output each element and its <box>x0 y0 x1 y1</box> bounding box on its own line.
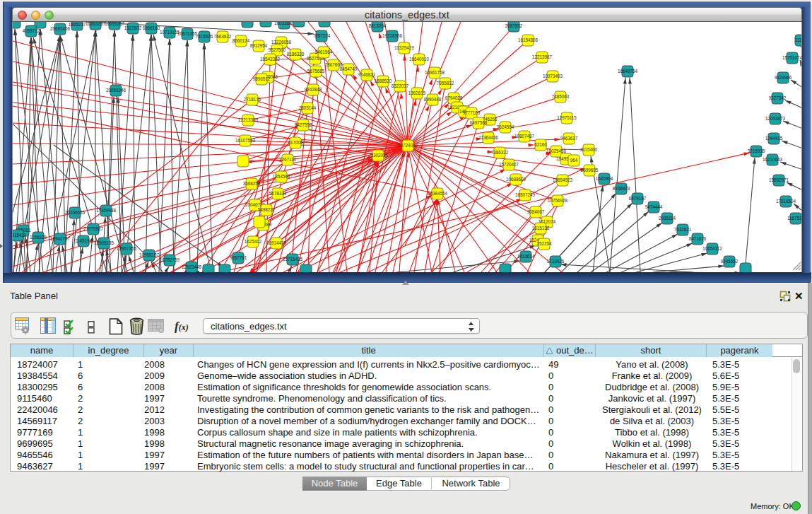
svg-text:20206555: 20206555 <box>65 210 86 215</box>
svg-text:15692971: 15692971 <box>769 177 789 182</box>
svg-text:18807249: 18807249 <box>515 192 536 197</box>
svg-text:8912954: 8912954 <box>250 43 268 48</box>
svg-text:1145194: 1145194 <box>75 238 93 243</box>
svg-text:5675685: 5675685 <box>307 69 325 74</box>
svg-text:1362615: 1362615 <box>408 90 426 95</box>
svg-text:8660124: 8660124 <box>233 38 250 43</box>
svg-text:7632621: 7632621 <box>674 227 692 232</box>
svg-text:10807487: 10807487 <box>514 134 535 139</box>
svg-text:2803144: 2803144 <box>299 105 317 110</box>
svg-text:12213369: 12213369 <box>238 117 259 122</box>
svg-text:10756928: 10756928 <box>548 198 568 203</box>
svg-text:13226058: 13226058 <box>271 40 292 45</box>
svg-text:8427552: 8427552 <box>295 122 312 127</box>
svg-text:3668254: 3668254 <box>243 181 261 186</box>
svg-text:21364436: 21364436 <box>478 135 499 140</box>
svg-text:10655267: 10655267 <box>105 22 125 26</box>
svg-text:1640954: 1640954 <box>596 176 613 181</box>
svg-text:16543382: 16543382 <box>260 57 281 62</box>
svg-text:3267110: 3267110 <box>279 157 297 162</box>
svg-text:6497568: 6497568 <box>470 120 488 125</box>
svg-text:5678334: 5678334 <box>269 191 287 196</box>
svg-text:9527500: 9527500 <box>269 47 286 52</box>
svg-text:7857224: 7857224 <box>313 33 331 38</box>
svg-text:16648784: 16648784 <box>618 69 638 74</box>
svg-text:9777169: 9777169 <box>463 110 481 115</box>
svg-text:15716485: 15716485 <box>283 257 303 262</box>
svg-text:17359938: 17359938 <box>96 208 117 213</box>
svg-text:16154808: 16154808 <box>518 37 539 42</box>
svg-text:7485063: 7485063 <box>552 94 570 99</box>
svg-text:9146821: 9146821 <box>358 72 376 77</box>
svg-text:4055712: 4055712 <box>23 28 40 33</box>
svg-text:9227342: 9227342 <box>769 95 787 100</box>
svg-text:1167534: 1167534 <box>787 216 802 221</box>
svg-text:8990448: 8990448 <box>424 97 442 102</box>
svg-text:10688609: 10688609 <box>506 177 526 182</box>
svg-text:3624554: 3624554 <box>497 124 514 129</box>
svg-text:11123: 11123 <box>795 37 802 42</box>
svg-text:9242848: 9242848 <box>305 87 322 92</box>
svg-text:8322037: 8322037 <box>392 83 409 88</box>
svg-text:12213967: 12213967 <box>532 54 553 59</box>
svg-text:3215938: 3215938 <box>748 148 765 153</box>
svg-text:16914479: 16914479 <box>266 240 287 245</box>
svg-text:8186328: 8186328 <box>287 52 305 57</box>
svg-text:23302035: 23302035 <box>368 153 389 158</box>
svg-text:1244415: 1244415 <box>765 136 783 141</box>
svg-text:6794028: 6794028 <box>445 95 463 100</box>
svg-text:2687652: 2687652 <box>505 23 523 28</box>
svg-text:9463627: 9463627 <box>560 136 578 141</box>
svg-text:10853267: 10853267 <box>86 22 106 26</box>
svg-text:20691406: 20691406 <box>50 26 71 31</box>
svg-text:9329966: 9329966 <box>775 75 792 80</box>
svg-text:6879197: 6879197 <box>629 196 647 201</box>
svg-text:10671355: 10671355 <box>177 31 198 36</box>
svg-text:16961758: 16961758 <box>425 70 445 75</box>
svg-text:2935114: 2935114 <box>659 216 676 221</box>
svg-text:12505185: 12505185 <box>94 240 114 245</box>
svg-text:7386322: 7386322 <box>491 150 509 155</box>
svg-text:62160: 62160 <box>534 142 547 147</box>
svg-text:1588520: 1588520 <box>375 78 392 83</box>
svg-text:8813054: 8813054 <box>369 23 387 28</box>
svg-text:23975887: 23975887 <box>83 226 104 231</box>
svg-text:8471676: 8471676 <box>689 236 707 241</box>
svg-text:15751074: 15751074 <box>782 55 802 60</box>
svg-text:12923448: 12923448 <box>182 264 202 269</box>
svg-text:12975115: 12975115 <box>557 115 577 120</box>
svg-text:18724007: 18724007 <box>398 143 418 148</box>
svg-text:1615132: 1615132 <box>532 226 550 230</box>
svg-text:964: 964 <box>570 158 578 163</box>
svg-text:9474444: 9474444 <box>645 204 663 209</box>
svg-text:1733426: 1733426 <box>547 259 565 264</box>
svg-text:8938923: 8938923 <box>613 186 630 191</box>
svg-text:9896512: 9896512 <box>253 76 271 81</box>
svg-text:9657791: 9657791 <box>230 255 247 260</box>
svg-text:16107553: 16107553 <box>235 138 256 143</box>
svg-text:16033809: 16033809 <box>274 22 295 25</box>
svg-text:12942757: 12942757 <box>50 236 71 241</box>
svg-text:16782759: 16782759 <box>160 257 180 262</box>
svg-text:1353594: 1353594 <box>273 174 290 179</box>
svg-text:7663822: 7663822 <box>214 34 232 39</box>
svg-text:6966160: 6966160 <box>143 25 160 30</box>
svg-text:9699695: 9699695 <box>581 168 599 173</box>
svg-text:9245652: 9245652 <box>721 259 739 264</box>
svg-text:5498222: 5498222 <box>258 207 276 212</box>
svg-text:10025458: 10025458 <box>546 148 567 153</box>
svg-text:16210643: 16210643 <box>763 157 783 162</box>
svg-text:16640910: 16640910 <box>409 57 430 62</box>
svg-text:1156829: 1156829 <box>30 235 47 240</box>
svg-text:1413614: 1413614 <box>517 254 535 259</box>
svg-text:9084067: 9084067 <box>527 209 545 214</box>
svg-text:1527602: 1527602 <box>124 25 142 30</box>
svg-text:1865237: 1865237 <box>69 22 86 27</box>
svg-text:1625402: 1625402 <box>245 239 262 244</box>
svg-text:17016504: 17016504 <box>776 199 796 204</box>
svg-text:19384554: 19384554 <box>428 191 448 196</box>
svg-text:2718176: 2718176 <box>244 97 261 102</box>
svg-text:11325419: 11325419 <box>394 45 414 50</box>
svg-text:5461564: 5461564 <box>315 49 333 54</box>
svg-text:19218506: 19218506 <box>382 33 403 38</box>
